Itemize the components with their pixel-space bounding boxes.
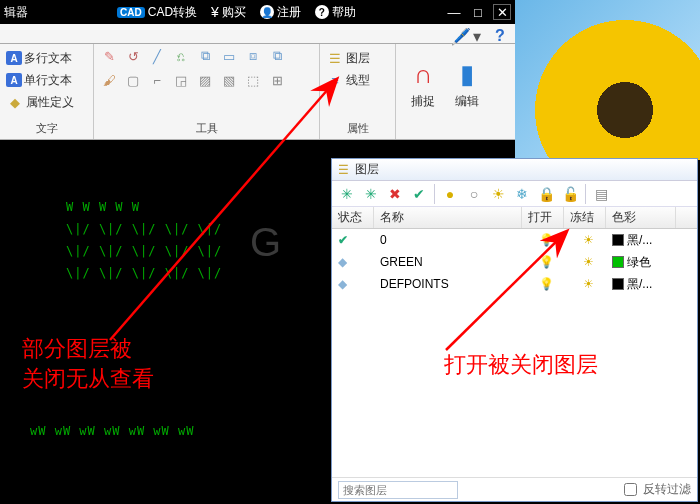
lock-icon[interactable]: 🔒 <box>537 185 555 203</box>
color-label: 黑/... <box>627 277 652 291</box>
tool-icon[interactable]: ⌐ <box>148 71 166 89</box>
tool-icon[interactable]: ⎌ <box>172 47 190 65</box>
tag-icon: ◆ <box>6 93 24 111</box>
linetype-icon: ≡ <box>326 71 344 89</box>
layers-icon: ☰ <box>338 163 349 177</box>
layer-row[interactable]: ◆GREEN💡☀绿色 <box>332 251 697 273</box>
layer-icon: ◆ <box>338 277 347 291</box>
singleline-text-button[interactable]: A 单行文本 <box>6 69 74 91</box>
col-color[interactable]: 色彩 <box>606 207 676 228</box>
check-icon: ✔ <box>338 233 348 247</box>
layer-table-header: 状态 名称 打开 冻结 色彩 <box>332 207 697 229</box>
tool-icon[interactable]: ▧ <box>220 71 238 89</box>
lock-open-icon[interactable]: 🔓 <box>561 185 579 203</box>
bulb-off-icon[interactable]: 💡 <box>539 255 554 269</box>
layer-search-input[interactable] <box>338 481 458 499</box>
layer-button[interactable]: ☰ 图层 <box>326 47 370 69</box>
col-state[interactable]: 状态 <box>332 207 374 228</box>
tool-icon[interactable]: ⧈ <box>244 47 262 65</box>
capture-button[interactable]: ∩ 捕捉 <box>402 47 444 121</box>
layer-panel: ☰ 图层 ✳ ✳ ✖ ✔ ● ○ ☀ ❄ 🔒 🔓 ▤ 状态 名称 打开 冻结 色… <box>331 158 698 502</box>
bulb-icon[interactable]: ● <box>441 185 459 203</box>
cad-convert-link[interactable]: CAD CAD转换 <box>117 4 197 21</box>
layer-row[interactable]: ◆DEFPOINTS💡☀黑/... <box>332 273 697 295</box>
buy-link[interactable]: ¥ 购买 <box>211 4 246 21</box>
sun-icon[interactable]: ☀ <box>583 255 594 269</box>
set-current-icon[interactable]: ✔ <box>410 185 428 203</box>
layer-panel-title: 图层 <box>355 161 379 178</box>
edit-button[interactable]: ▮ 编辑 <box>446 47 488 121</box>
layer-name: DEFPOINTS <box>374 277 522 291</box>
wand-icon[interactable]: 🖊️ <box>451 27 465 41</box>
minimize-button[interactable]: — <box>445 4 463 20</box>
layer-panel-toolbar: ✳ ✳ ✖ ✔ ● ○ ☀ ❄ 🔒 🔓 ▤ <box>332 181 697 207</box>
ribbon-group-label <box>402 122 490 139</box>
annotation-right: 打开被关闭图层 <box>444 350 598 380</box>
close-button[interactable]: ✕ <box>493 4 511 20</box>
tool-icon[interactable]: 🖌 <box>100 71 118 89</box>
layer-panel-titlebar[interactable]: ☰ 图层 <box>332 159 697 181</box>
attr-def-button[interactable]: ◆ 属性定义 <box>6 91 74 113</box>
tool-icon[interactable]: ▢ <box>124 71 142 89</box>
sun-icon[interactable]: ☀ <box>489 185 507 203</box>
tools-grid: ✎ ↺ ╱ ⎌ ⧉ ▭ ⧈ ⧉ 🖌 ▢ ⌐ ◲ ▨ ▧ ⬚ ⊞ <box>100 47 290 93</box>
quick-access-bar: 🖊️ ▾ ? <box>0 24 515 44</box>
new-layer-star-icon[interactable]: ✳ <box>362 185 380 203</box>
tool-icon[interactable]: ╱ <box>148 47 166 65</box>
tool-icon[interactable]: ↺ <box>124 47 142 65</box>
bulb-on-icon[interactable]: 💡 <box>539 233 554 247</box>
multiline-text-button[interactable]: A 多行文本 <box>6 47 74 69</box>
layer-name: 0 <box>374 233 522 247</box>
layer-row[interactable]: ✔0💡☀黑/... <box>332 229 697 251</box>
tool-icon[interactable]: ◲ <box>172 71 190 89</box>
linetype-button[interactable]: ≡ 线型 <box>326 69 370 91</box>
clipboard-icon: ▮ <box>460 59 474 90</box>
desktop-wallpaper <box>515 0 700 160</box>
sun-icon[interactable]: ☀ <box>583 233 594 247</box>
bulb-off-icon[interactable]: 💡 <box>539 277 554 291</box>
tool-icon[interactable]: ⬚ <box>244 71 262 89</box>
color-label: 黑/... <box>627 233 652 247</box>
ribbon-group-label: 属性 <box>326 119 389 139</box>
register-link[interactable]: 👤 注册 <box>260 4 301 21</box>
snowflake-icon[interactable]: ❄ <box>513 185 531 203</box>
help-link[interactable]: ? 帮助 <box>315 4 356 21</box>
user-icon: 👤 <box>260 5 274 19</box>
text-a-icon: A <box>6 73 22 87</box>
tool-icon[interactable]: ⧉ <box>268 47 286 65</box>
invert-filter-label: 反转过滤 <box>643 481 691 498</box>
yen-icon: ¥ <box>211 4 219 20</box>
layer-name: GREEN <box>374 255 522 269</box>
col-name[interactable]: 名称 <box>374 207 522 228</box>
col-freeze[interactable]: 冻结 <box>564 207 606 228</box>
bulb-off-icon[interactable]: ○ <box>465 185 483 203</box>
watermark: G <box>250 220 281 265</box>
cad-badge-icon: CAD <box>117 7 145 18</box>
new-layer-icon[interactable]: ✳ <box>338 185 356 203</box>
layer-panel-footer: 反转过滤 <box>332 477 697 501</box>
chevron-down-icon[interactable]: ▾ <box>473 27 487 41</box>
text-a-icon: A <box>6 51 22 65</box>
ribbon: A 多行文本 A 单行文本 ◆ 属性定义 文字 ✎ ↺ ╱ ⎌ <box>0 44 515 140</box>
tool-icon[interactable]: ⧉ <box>196 47 214 65</box>
tool-icon[interactable]: ▭ <box>220 47 238 65</box>
tool-icon[interactable]: ✎ <box>100 47 118 65</box>
help-icon[interactable]: ? <box>495 27 509 41</box>
invert-filter-checkbox[interactable] <box>624 483 637 496</box>
app-title-fragment: 辑器 <box>4 4 28 21</box>
tool-icon[interactable]: ⊞ <box>268 71 286 89</box>
layers-icon: ☰ <box>326 49 344 67</box>
title-bar: 辑器 CAD CAD转换 ¥ 购买 👤 注册 ? 帮助 — □ ✕ <box>0 0 515 24</box>
delete-layer-icon[interactable]: ✖ <box>386 185 404 203</box>
col-open[interactable]: 打开 <box>522 207 564 228</box>
ribbon-group-label: 工具 <box>100 119 313 139</box>
sun-icon[interactable]: ☀ <box>583 277 594 291</box>
tool-icon[interactable]: ▨ <box>196 71 214 89</box>
states-icon[interactable]: ▤ <box>592 185 610 203</box>
color-label: 绿色 <box>627 255 651 269</box>
annotation-left: 部分图层被 关闭无从查看 <box>22 334 154 393</box>
maximize-button[interactable]: □ <box>469 4 487 20</box>
help-icon: ? <box>315 5 329 19</box>
layer-icon: ◆ <box>338 255 347 269</box>
ribbon-group-label: 文字 <box>6 119 87 139</box>
